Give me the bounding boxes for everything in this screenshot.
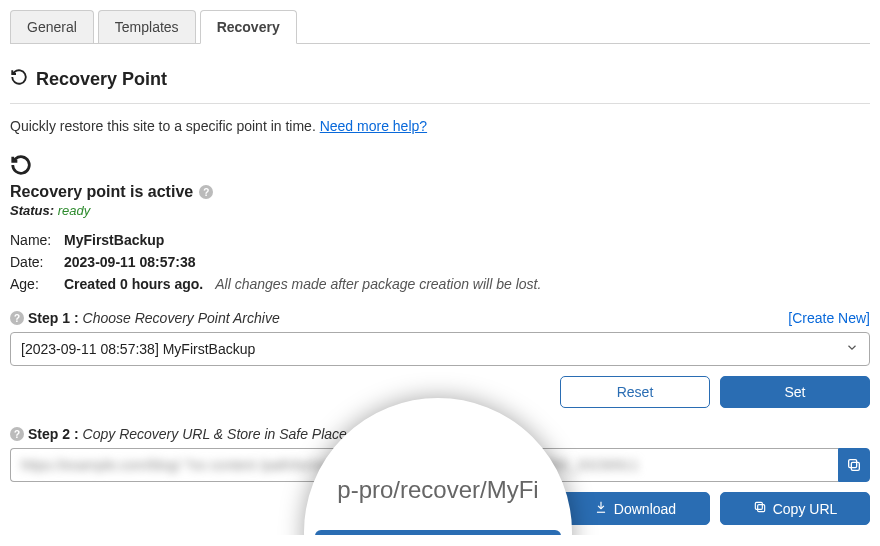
undo-icon — [10, 68, 28, 91]
create-new-link[interactable]: [Create New] — [788, 310, 870, 326]
info-age-row: Age: Created 0 hours ago. All changes ma… — [10, 276, 870, 292]
status-title: Recovery point is active ? — [10, 183, 870, 201]
launch-recovery-button[interactable]: Launch Recovery — [315, 530, 561, 536]
svg-rect-3 — [755, 502, 762, 509]
archive-selected: [2023-09-11 08:57:38] MyFirstBackup — [21, 341, 255, 357]
chevron-down-icon — [845, 341, 859, 358]
status-title-text: Recovery point is active — [10, 183, 193, 201]
download-button[interactable]: Download — [560, 492, 710, 525]
copy-url-label: Copy URL — [773, 501, 838, 517]
name-label: Name: — [10, 232, 56, 248]
tab-general[interactable]: General — [10, 10, 94, 43]
tab-recovery[interactable]: Recovery — [200, 10, 297, 44]
copy-url-icon-button[interactable] — [838, 448, 870, 482]
intro-text: Quickly restore this site to a specific … — [10, 118, 870, 134]
status-block: Recovery point is active ? Status: ready — [10, 154, 870, 218]
info-name-row: Name: MyFirstBackup — [10, 232, 870, 248]
section-header: Recovery Point — [10, 60, 870, 104]
age-note: All changes made after package creation … — [215, 276, 541, 292]
archive-select[interactable]: [2023-09-11 08:57:38] MyFirstBackup — [10, 332, 870, 366]
step2-label: Step 2 : — [28, 426, 79, 442]
age-label: Age: — [10, 276, 56, 292]
copy-icon — [753, 500, 767, 517]
date-label: Date: — [10, 254, 56, 270]
help-icon[interactable]: ? — [10, 311, 24, 325]
help-icon[interactable]: ? — [10, 427, 24, 441]
status-line: Status: ready — [10, 203, 870, 218]
help-icon[interactable]: ? — [199, 185, 213, 199]
download-label: Download — [614, 501, 676, 517]
step2-desc: Copy Recovery URL & Store in Safe Place — [83, 426, 347, 442]
undo-icon — [10, 163, 32, 179]
highlight-overlay: p-pro/recover/MyFi Launch Recovery — [304, 398, 572, 535]
reset-button[interactable]: Reset — [560, 376, 710, 408]
url-fragment: p-pro/recover/MyFi — [337, 476, 538, 504]
info-date-row: Date: 2023-09-11 08:57:38 — [10, 254, 870, 270]
status-label: Status: — [10, 203, 54, 218]
svg-rect-1 — [849, 460, 857, 468]
tab-templates[interactable]: Templates — [98, 10, 196, 43]
section-title: Recovery Point — [36, 69, 167, 90]
download-icon — [594, 500, 608, 517]
copy-url-button[interactable]: Copy URL — [720, 492, 870, 525]
name-value: MyFirstBackup — [64, 232, 164, 248]
set-button[interactable]: Set — [720, 376, 870, 408]
intro-body: Quickly restore this site to a specific … — [10, 118, 316, 134]
tab-bar: General Templates Recovery — [10, 10, 870, 44]
age-value: Created 0 hours ago. — [64, 276, 203, 292]
svg-rect-2 — [757, 505, 764, 512]
svg-rect-0 — [851, 462, 859, 470]
step1-label: Step 1 : — [28, 310, 79, 326]
date-value: 2023-09-11 08:57:38 — [64, 254, 196, 270]
step1-section: ? Step 1 : Choose Recovery Point Archive… — [10, 310, 870, 408]
step1-desc: Choose Recovery Point Archive — [83, 310, 280, 326]
status-value: ready — [58, 203, 91, 218]
need-help-link[interactable]: Need more help? — [320, 118, 427, 134]
